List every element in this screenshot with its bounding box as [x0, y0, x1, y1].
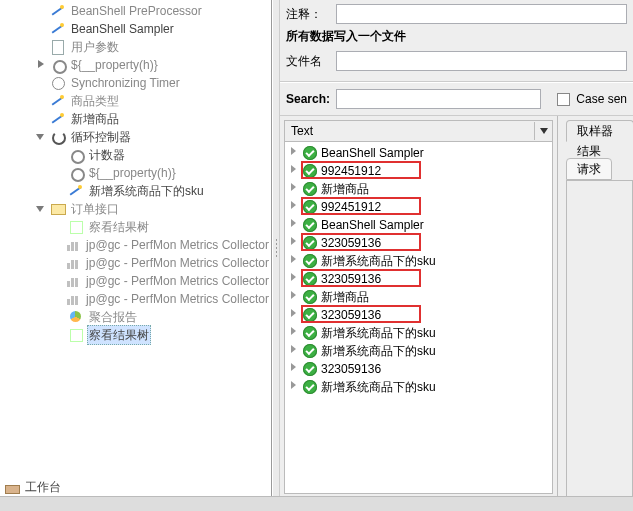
expand-toggle-icon[interactable] [36, 131, 48, 143]
expand-toggle-icon[interactable] [36, 203, 48, 215]
result-row[interactable]: 323059136 [285, 306, 552, 324]
case-sensitive-checkbox[interactable] [557, 93, 570, 106]
tree-node[interactable]: jp@gc - PerfMon Metrics Collector [0, 272, 271, 290]
details-panel: 注释： 所有数据写入一个文件 文件名 Search: Case sen Text… [280, 0, 633, 496]
tree-node[interactable]: Synchronizing Timer [0, 74, 271, 92]
result-row[interactable]: 323059136 [285, 234, 552, 252]
tree-node[interactable]: 订单接口 [0, 200, 271, 218]
search-label: Search: [286, 92, 330, 106]
tree-node-label: ${__property(h)} [69, 56, 160, 74]
clock-icon [50, 75, 66, 91]
tree-node-label: 新增商品 [69, 110, 121, 128]
result-row[interactable]: 新增系统商品下的sku [285, 324, 552, 342]
tree-icon [68, 327, 84, 343]
success-icon [303, 200, 317, 214]
navigation-tree-panel: BeanShell PreProcessorBeanShell Sampler用… [0, 0, 272, 496]
result-row[interactable]: BeanShell Sampler [285, 144, 552, 162]
result-row[interactable]: 新增系统商品下的sku [285, 342, 552, 360]
folder-icon [50, 201, 66, 217]
tree-node[interactable]: 新增系统商品下的sku [0, 182, 271, 200]
result-row[interactable]: 新增商品 [285, 180, 552, 198]
tree-node-label: 循环控制器 [69, 128, 133, 146]
tree-node-label: jp@gc - PerfMon Metrics Collector [84, 272, 271, 290]
vertical-splitter[interactable] [272, 0, 280, 496]
result-row[interactable]: 新增系统商品下的sku [285, 252, 552, 270]
navigation-tree[interactable]: BeanShell PreProcessorBeanShell Sampler用… [0, 0, 271, 346]
results-tree[interactable]: BeanShell Sampler992451912新增商品992451912B… [284, 142, 553, 494]
tree-node[interactable]: BeanShell PreProcessor [0, 2, 271, 20]
result-label: 323059136 [321, 236, 381, 250]
bar-icon [65, 237, 81, 253]
tree-node[interactable]: ${__property(h)} [0, 56, 271, 74]
tab-sampler-result[interactable]: 取样器结果 [566, 120, 633, 142]
tree-icon [68, 219, 84, 235]
tab-body [566, 180, 633, 511]
tree-node-label: jp@gc - PerfMon Metrics Collector [84, 236, 271, 254]
success-icon [303, 308, 317, 322]
req-icon [50, 111, 66, 127]
success-icon [303, 362, 317, 376]
loop-icon [50, 129, 66, 145]
req-icon [50, 21, 66, 37]
result-row[interactable]: 323059136 [285, 270, 552, 288]
tree-node[interactable]: 计数器 [0, 146, 271, 164]
result-label: 新增系统商品下的sku [321, 379, 436, 396]
result-label: 新增商品 [321, 289, 369, 306]
workbench-icon [4, 479, 20, 495]
tree-node-label: jp@gc - PerfMon Metrics Collector [84, 290, 271, 308]
dropdown-icon[interactable] [534, 122, 552, 140]
bar-icon [65, 291, 81, 307]
comment-input[interactable] [336, 4, 627, 24]
success-icon [303, 326, 317, 340]
result-label: 323059136 [321, 308, 381, 322]
tree-node[interactable]: 用户参数 [0, 38, 271, 56]
bar-icon [65, 273, 81, 289]
result-row[interactable]: 992451912 [285, 162, 552, 180]
gear-icon [68, 147, 84, 163]
result-label: 新增系统商品下的sku [321, 343, 436, 360]
tree-node-label: 新增系统商品下的sku [87, 182, 206, 200]
result-row[interactable]: BeanShell Sampler [285, 216, 552, 234]
filename-input[interactable] [336, 51, 627, 71]
result-row[interactable]: 323059136 [285, 360, 552, 378]
tree-node-label: jp@gc - PerfMon Metrics Collector [84, 254, 271, 272]
result-label: BeanShell Sampler [321, 146, 424, 160]
tree-node[interactable]: jp@gc - PerfMon Metrics Collector [0, 290, 271, 308]
tree-node[interactable]: ${__property(h)} [0, 164, 271, 182]
case-sensitive-label: Case sen [576, 92, 627, 106]
tree-node[interactable]: jp@gc - PerfMon Metrics Collector [0, 254, 271, 272]
tree-node-label: Synchronizing Timer [69, 74, 182, 92]
tree-node[interactable]: 察看结果树 [0, 326, 271, 344]
tree-node[interactable]: jp@gc - PerfMon Metrics Collector [0, 236, 271, 254]
success-icon [303, 344, 317, 358]
tree-node[interactable]: BeanShell Sampler [0, 20, 271, 38]
success-icon [303, 182, 317, 196]
tab-request[interactable]: 请求 [566, 158, 612, 180]
tree-node[interactable]: 商品类型 [0, 92, 271, 110]
success-icon [303, 290, 317, 304]
result-row[interactable]: 新增系统商品下的sku [285, 378, 552, 396]
filename-label: 文件名 [286, 53, 336, 70]
bar-icon [65, 255, 81, 271]
workbench-node[interactable]: 工作台 [0, 478, 63, 496]
tree-node-label: 计数器 [87, 146, 127, 164]
result-row[interactable]: 992451912 [285, 198, 552, 216]
tree-node-label: 聚合报告 [87, 308, 139, 326]
success-icon [303, 218, 317, 232]
tree-node[interactable]: 察看结果树 [0, 218, 271, 236]
workbench-label: 工作台 [23, 478, 63, 496]
result-row[interactable]: 新增商品 [285, 288, 552, 306]
req-icon [50, 3, 66, 19]
tree-node[interactable]: 聚合报告 [0, 308, 271, 326]
tree-node-label: 订单接口 [69, 200, 121, 218]
search-input[interactable] [336, 89, 541, 109]
results-renderer-selector[interactable]: Text [284, 120, 553, 142]
gear-icon [68, 165, 84, 181]
tree-node-label: 察看结果树 [87, 218, 151, 236]
expand-toggle-icon[interactable] [36, 59, 48, 71]
tree-node[interactable]: 循环控制器 [0, 128, 271, 146]
tree-node-label: 察看结果树 [87, 325, 151, 345]
success-icon [303, 380, 317, 394]
req-icon [68, 183, 84, 199]
tree-node[interactable]: 新增商品 [0, 110, 271, 128]
